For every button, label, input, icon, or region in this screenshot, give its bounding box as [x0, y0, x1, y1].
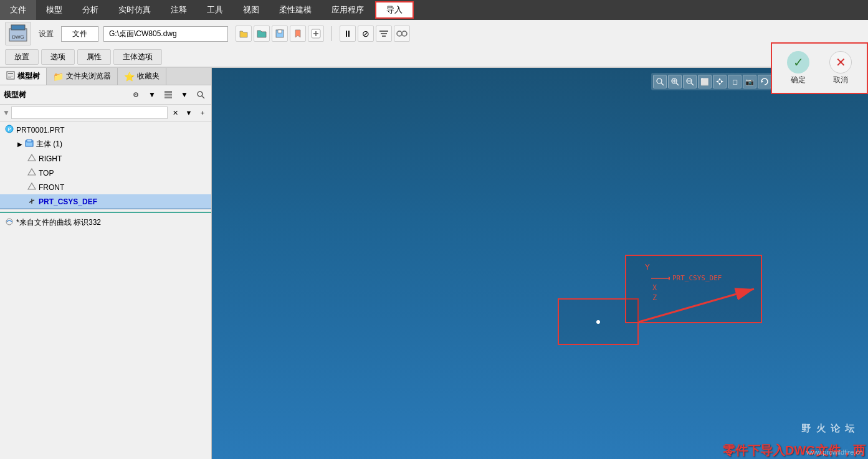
filter-btn[interactable]	[376, 26, 392, 42]
subtab-body-options[interactable]: 主体选项	[113, 49, 162, 65]
confirm-cancel-button[interactable]: ✕ 取消	[824, 49, 857, 88]
open-file-btn[interactable]	[236, 26, 252, 42]
tree-list-btn[interactable]	[161, 88, 175, 102]
subtab-properties[interactable]: 属性	[77, 49, 111, 65]
search-add-btn[interactable]: +	[196, 106, 209, 119]
menu-tools[interactable]: 工具	[197, 0, 233, 20]
coord-axes-labels: PRT_CSYS_DEF X Z	[651, 274, 722, 302]
tree-item-body-label: 主体 (1)	[36, 139, 62, 149]
tree-settings-btn[interactable]	[129, 88, 143, 102]
viewport: ⬜ ◻ 📷 ✂ ⬡ △ ⏸ ▶ Y	[212, 68, 868, 459]
add-btn[interactable]	[308, 26, 324, 42]
menu-realtime-sim[interactable]: 实时仿真	[108, 0, 161, 20]
sidebar-tab-folder-browser[interactable]: 📁 文件夹浏览器	[47, 68, 118, 85]
filter-icon: ▼	[2, 108, 10, 117]
tree-divider	[0, 212, 211, 213]
svg-rect-16	[8, 75, 13, 75]
menu-flexible-modeling[interactable]: 柔性建模	[269, 0, 322, 20]
glasses-btn[interactable]	[394, 26, 410, 42]
svg-line-25	[202, 96, 204, 98]
search-filter-btn[interactable]: ▼	[183, 106, 195, 119]
vp-3d-btn[interactable]: ◻	[728, 75, 742, 88]
coord-axes: PRT_CSYS_DEF X Z	[632, 274, 755, 302]
tree-item-csys-label: PRT_CSYS_DEF	[39, 197, 97, 206]
tree-item-prt0001[interactable]: P PRT0001.PRT	[0, 123, 211, 137]
svg-rect-15	[8, 73, 13, 74]
menu-view[interactable]: 视图	[233, 0, 269, 20]
vp-zoom-in-btn[interactable]	[668, 75, 682, 88]
tree-search-toggle-btn[interactable]	[194, 88, 207, 102]
subtab-placement[interactable]: 放置	[5, 49, 39, 65]
svg-point-20	[135, 94, 136, 95]
tree-item-right[interactable]: RIGHT	[0, 151, 211, 166]
svg-point-24	[198, 92, 203, 97]
sidebar-tab-favorites[interactable]: ⭐ 收藏夹	[118, 68, 166, 85]
menu-model[interactable]: 模型	[36, 0, 72, 20]
search-clear-btn[interactable]: ✕	[169, 106, 181, 119]
menubar: 文件 模型 分析 实时仿真 注释 工具 视图 柔性建模 应用程序 导入	[0, 0, 868, 20]
coord-x-label-row: X	[652, 283, 722, 292]
prt-file-icon: P	[5, 125, 14, 135]
folder-btn[interactable]	[254, 26, 270, 42]
confirm-ok-button[interactable]: ✓ 确定	[782, 49, 814, 88]
tree-item-front-label: FRONT	[39, 183, 64, 192]
svg-rect-1	[11, 25, 25, 30]
subtab-options[interactable]: 选项	[41, 49, 75, 65]
tree-item-top[interactable]: TOP	[0, 166, 211, 180]
body-expand-icon[interactable]: ▶	[17, 141, 22, 148]
confirm-cancel-label: 取消	[833, 75, 848, 85]
coord-z-label-row: Z	[652, 293, 722, 302]
svg-line-39	[676, 83, 679, 85]
svg-rect-8	[379, 31, 388, 32]
sidebar-tab-model-tree[interactable]: 模型树	[0, 68, 47, 85]
vp-snapshot-btn[interactable]: 📷	[743, 75, 756, 88]
menu-file[interactable]: 文件	[0, 0, 36, 20]
app-icon[interactable]: DWG	[5, 22, 31, 45]
favorites-icon: ⭐	[124, 72, 135, 82]
curve-icon	[5, 217, 14, 228]
tree-item-body[interactable]: ▶ 主体 (1)	[0, 137, 211, 151]
tree-search-input[interactable]	[11, 106, 168, 119]
bookmark-btn[interactable]	[290, 26, 306, 42]
file-label: 文件	[61, 26, 98, 42]
confirm-panel: ✓ 确定 ✕ 取消	[771, 42, 868, 94]
vp-zoom-out-btn[interactable]	[683, 75, 697, 88]
save-btn[interactable]	[272, 26, 288, 42]
coord-y-label: Y	[645, 262, 755, 272]
tree-item-right-label: RIGHT	[39, 154, 62, 163]
svg-marker-30	[28, 154, 36, 161]
svg-rect-22	[165, 94, 172, 96]
pause-btn[interactable]: ⏸	[340, 26, 356, 42]
vp-pan-btn[interactable]	[713, 75, 727, 88]
arrow-svg	[212, 68, 868, 459]
svg-point-36	[657, 78, 662, 83]
vp-rect-btn[interactable]: ⬜	[698, 75, 712, 88]
menu-import[interactable]: 导入	[375, 1, 414, 19]
coord-x-label: X	[652, 283, 657, 292]
settings-row: DWG 设置 文件 G:\桌面\CW805.dwg ⏸	[0, 20, 868, 47]
tree-label: 模型树	[4, 90, 126, 100]
model-tree-content: P PRT0001.PRT ▶ 主体 (1) RIGHT	[0, 121, 211, 459]
tree-item-top-label: TOP	[39, 169, 54, 177]
menu-applications[interactable]: 应用程序	[322, 0, 374, 20]
svg-marker-49	[761, 80, 763, 83]
tree-item-front[interactable]: FRONT	[0, 180, 211, 194]
vp-zoom-fit-btn[interactable]	[653, 75, 667, 88]
dwg-dot	[596, 320, 600, 324]
tree-dropdown-btn[interactable]: ▼	[145, 88, 159, 102]
svg-marker-46	[718, 83, 721, 85]
menu-annotation[interactable]: 注释	[161, 0, 197, 20]
tree-dropdown2-btn[interactable]: ▼	[178, 88, 191, 102]
toolbar-area: DWG 设置 文件 G:\桌面\CW805.dwg ⏸	[0, 20, 868, 68]
vp-refresh-btn[interactable]	[758, 75, 771, 88]
svg-marker-54	[669, 277, 670, 280]
svg-rect-9	[381, 33, 387, 34]
plane-icon-top	[27, 168, 36, 178]
no-btn[interactable]: ⊘	[358, 26, 374, 42]
subtabs-row: 放置 选项 属性 主体选项	[0, 47, 868, 67]
sidebar: 模型树 📁 文件夹浏览器 ⭐ 收藏夹 模型树 ▼ ▼	[0, 68, 212, 459]
menu-analysis[interactable]: 分析	[72, 0, 108, 20]
tree-item-csys[interactable]: PRT_CSYS_DEF	[0, 194, 211, 209]
tree-item-curves[interactable]: *来自文件的曲线 标识332	[0, 215, 211, 230]
file-path-input[interactable]: G:\桌面\CW805.dwg	[103, 26, 228, 42]
